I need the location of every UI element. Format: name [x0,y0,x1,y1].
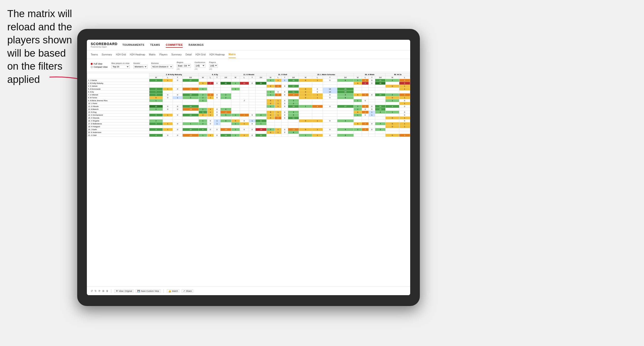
save-icon: 💾 [137,290,140,292]
undo-icon[interactable]: ↺ [91,290,93,292]
matrix-cell [231,105,240,108]
max-players-select[interactable]: Top 25 Top 10 Top 50 [112,65,130,69]
matrix-cell [240,105,249,108]
matrix-cell [354,91,362,93]
matrix-cell: 0 [172,79,182,82]
matrix-cell [240,125,249,128]
matrix-cell: 0 [266,114,275,117]
matrix-cell [399,131,410,134]
fit-icon[interactable]: ⊞ [102,290,104,292]
player-name-cell: 3. S Jelinek [87,85,149,88]
matrix-cell [362,88,368,91]
save-custom-btn[interactable]: 💾 Save Custom View [136,289,161,293]
matrix-cell: 14 [182,105,198,108]
matrix-cell [337,102,354,105]
matrix-cell [163,85,173,88]
matrix-cell [362,85,368,88]
matrix-cell [386,128,399,131]
matrix-cell: 3 [362,79,368,82]
redo-icon[interactable]: ↻ [94,290,96,292]
matrix-cell [249,91,255,93]
matrix-cell: 0 [172,108,182,111]
matrix-cell: 0 [312,88,322,91]
nav-committee[interactable]: COMMITTEE [166,42,183,48]
matrix-cell: 8 [288,131,299,134]
matrix-cell [322,125,337,128]
subnav-teams[interactable]: Teams [91,51,98,58]
subnav-summary2[interactable]: Summary [171,51,182,58]
full-view-radio[interactable] [91,63,93,65]
matrix-cell: -4 [288,93,299,96]
compact-view-option[interactable]: Compact View [91,66,108,68]
matrix-cell: 1 [275,111,281,114]
gender-filter: Gender Women's Men's [134,62,148,69]
subnav-h2hgrid1[interactable]: H2H Grid [116,51,126,58]
subnav-players[interactable]: Players [160,51,168,58]
nav-rankings[interactable]: RANKINGS [188,42,204,48]
matrix-cell: 4 [337,93,354,96]
matrix-cell [214,105,220,108]
matrix-cell [172,82,182,85]
refresh-icon[interactable]: ⟳ [98,290,100,292]
matrix-cell [231,96,240,99]
col-header-woods: 11. G Woods [231,73,266,76]
subnav-matrix1[interactable]: Matrix [149,51,156,58]
player-name-cell: 2. M Kelly Mulcahy [87,82,149,85]
subnav-h2hgrid2[interactable]: H2H Grid [196,51,206,58]
matrix-cell [220,88,231,91]
matrix-cell: 9 [337,134,354,137]
full-view-option[interactable]: Full View [91,63,108,65]
matrix-cell [368,91,375,93]
watch-btn[interactable]: 🔔 Watch [167,289,180,293]
matrix-cell: 4 [256,114,266,117]
zoom-icon[interactable]: ⊕ [106,290,108,292]
sub-w6: W [354,76,362,79]
nav-tournaments[interactable]: TOURNAMENTS [122,42,144,48]
matrix-cell: 0 [172,128,182,131]
matrix-cell [288,82,299,85]
col-header-schumac: 23. L Marie Schumac [299,73,354,76]
matrix-cell: 1 [198,108,207,111]
view-original-btn[interactable]: 👁 View: Original [114,289,134,293]
region-select[interactable]: East - DII (All) [177,64,191,68]
matrix-cell: 2 [386,93,399,96]
share-icon: ↗ [183,290,185,292]
sub-d6: Dif [375,76,386,79]
matrix-cell [207,88,214,91]
matrix-cell [375,125,386,128]
matrix-cell: 1 [281,79,288,82]
subnav-matrix2[interactable]: Matrix [228,51,236,58]
conference-select[interactable]: (All) [195,64,205,68]
matrix-cell: 0 [214,96,220,99]
matrix-cell: 3 [149,79,163,82]
matrix-cell [299,99,312,102]
matrix-cell: 19 [182,128,198,131]
nav-teams[interactable]: TEAMS [150,42,160,48]
matrix-cell [214,117,220,120]
matrix-cell: 0 [299,96,312,99]
matrix-cell: 46 [375,82,386,85]
matrix-cell: 4 [337,128,354,131]
players-select[interactable]: (All) [209,64,218,68]
subnav-detail[interactable]: Detail [186,51,192,58]
matrix-cell: 0 [322,134,337,137]
sub-t1: T [172,76,182,79]
matrix-cell: 2 [386,79,399,82]
matrix-cell [172,125,182,128]
subnav-h2hheatmap2[interactable]: H2H Heatmap [210,51,225,58]
gender-select[interactable]: Women's Men's [134,65,148,69]
matrix-cell [288,134,299,137]
share-btn[interactable]: ↗ Share [182,289,193,293]
matrix-cell [362,117,368,120]
matrix-cell: 0 [399,120,410,122]
division-select[interactable]: NCAA Division II NCAA Division I NCAA Di… [151,65,173,69]
subnav-summary1[interactable]: Summary [102,51,112,58]
matrix-cell: 3 [149,128,163,131]
matrix-cell: 0 [240,120,249,122]
gender-label: Gender [134,62,148,64]
subnav-h2hheatmap1[interactable]: H2H Heatmap [130,51,145,58]
matrix-cell [281,88,288,91]
matrix-cell: 1 [399,125,410,128]
compact-view-radio[interactable] [91,66,93,68]
matrix-cell: 3 [149,114,163,117]
